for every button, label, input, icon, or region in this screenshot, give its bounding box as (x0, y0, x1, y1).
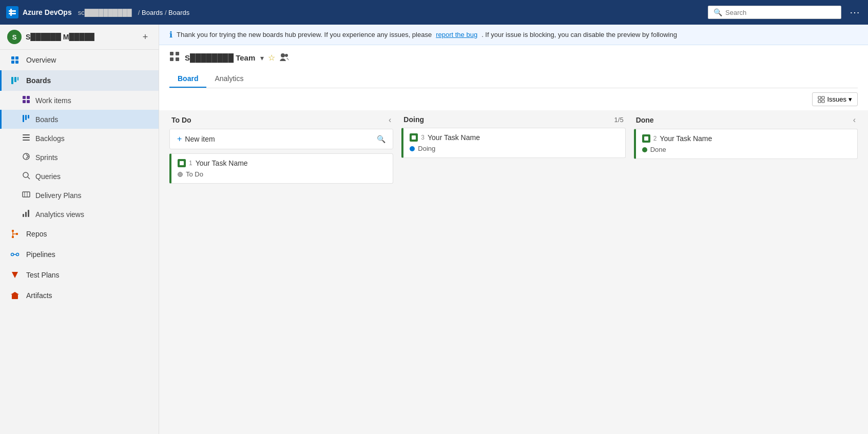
chevron-down-icon[interactable]: ▾ (260, 54, 264, 62)
breadcrumb-boards1[interactable]: Boards (142, 9, 163, 16)
sidebar-item-label: Analytics views (35, 210, 84, 219)
sidebar-item-workitems[interactable]: Work items (0, 91, 159, 110)
board-title-actions: ▾ ☆ (260, 52, 290, 64)
card-3-id: 3 (421, 134, 425, 141)
sidebar-item-overview[interactable]: Overview (0, 50, 159, 70)
kanban-board: To Do ‹ + New item 🔍 (159, 110, 868, 434)
sidebar-item-label: Backlogs (35, 134, 65, 143)
sidebar-item-label: Delivery Plans (35, 191, 81, 200)
card-3-status: Doing (410, 145, 619, 152)
delivery-icon (22, 190, 30, 200)
svg-rect-27 (25, 212, 27, 217)
board-title-row: S████████ Team ▾ ☆ (169, 51, 858, 64)
main-layout: S S██████ M█████ + Overview (0, 25, 868, 434)
app-name: Azure DevOps (23, 8, 72, 16)
boards-sub-icon (22, 114, 30, 124)
svg-rect-47 (822, 100, 824, 103)
info-icon: ℹ (169, 30, 172, 40)
svg-rect-2 (10, 9, 12, 16)
sidebar-item-label: Work items (35, 96, 71, 105)
topbar: Azure DevOps sc██████████ / Boards / Boa… (0, 0, 868, 25)
card-3[interactable]: 3 Your Task Name Doing (401, 128, 625, 158)
tab-analytics[interactable]: Analytics (206, 70, 252, 88)
azure-devops-icon (6, 6, 18, 18)
search-icon: 🔍 (713, 8, 722, 16)
sidebar-item-label: Boards (26, 76, 51, 85)
issues-label: Issues (827, 95, 846, 103)
card-2-id: 2 (653, 135, 657, 142)
sidebar-item-label: Test Plans (26, 271, 60, 279)
svg-point-43 (285, 54, 288, 57)
new-item-search-icon[interactable]: 🔍 (377, 135, 385, 143)
analytics-icon (22, 209, 30, 219)
svg-rect-29 (12, 230, 14, 232)
svg-rect-18 (23, 137, 30, 138)
card-3-top: 3 Your Task Name (410, 133, 619, 142)
column-doing-count: 1/5 (614, 116, 624, 124)
favorite-icon[interactable]: ☆ (268, 53, 275, 63)
sidebar-item-backlogs[interactable]: Backlogs (0, 129, 159, 148)
task-icon (178, 159, 186, 167)
column-done-body: 2 Your Task Name Done (634, 129, 858, 424)
sidebar-item-sprints[interactable]: Sprints (0, 148, 159, 167)
svg-rect-9 (17, 77, 18, 81)
svg-rect-7 (11, 77, 13, 84)
issues-chevron-icon: ▾ (848, 95, 852, 103)
info-banner: ℹ Thank you for trying the new boards hu… (159, 25, 868, 45)
search-input[interactable] (725, 9, 836, 16)
more-options-button[interactable]: ⋯ (847, 6, 862, 18)
column-todo: To Do ‹ + New item 🔍 (169, 110, 393, 424)
svg-rect-49 (412, 135, 416, 140)
task-icon (642, 134, 650, 143)
svg-rect-45 (822, 96, 824, 99)
svg-rect-30 (12, 236, 14, 238)
svg-rect-1 (9, 13, 16, 14)
repos-icon (10, 229, 20, 239)
board-header: S████████ Team ▾ ☆ Board (159, 45, 868, 88)
card-1-id: 1 (189, 160, 192, 167)
pipelines-icon (10, 249, 20, 260)
svg-rect-19 (23, 140, 30, 141)
column-done: Done ‹ 2 Your Task Name (634, 110, 858, 424)
testplans-icon (10, 270, 20, 280)
boards-icon (10, 75, 20, 86)
queries-icon (22, 171, 30, 181)
new-item-button[interactable]: + New item 🔍 (169, 129, 393, 149)
tab-board[interactable]: Board (169, 70, 206, 88)
svg-rect-14 (23, 115, 24, 122)
app-logo[interactable]: Azure DevOps (6, 6, 72, 18)
card-3-title: Your Task Name (428, 133, 480, 142)
sidebar-header: S S██████ M█████ + (0, 25, 159, 50)
sidebar-item-analytics[interactable]: Analytics views (0, 205, 159, 224)
sidebar-item-testplans[interactable]: Test Plans (0, 265, 159, 285)
issues-button[interactable]: Issues ▾ (812, 92, 858, 106)
card-1-status: To Do (178, 170, 387, 178)
sidebar-item-artifacts[interactable]: Artifacts (0, 285, 159, 306)
sidebar-item-boards-sub[interactable]: Boards (0, 110, 159, 129)
team-members-icon[interactable] (279, 52, 290, 64)
sidebar-item-delivery[interactable]: Delivery Plans (0, 186, 159, 205)
overview-icon (10, 55, 20, 65)
svg-rect-46 (818, 100, 821, 103)
svg-rect-23 (23, 192, 30, 197)
breadcrumb-sep1: / (138, 9, 142, 16)
breadcrumb-boards2: Boards (168, 9, 189, 16)
sidebar-item-repos[interactable]: Repos (0, 224, 159, 244)
column-doing-title: Doing (403, 115, 424, 124)
sidebar-item-boards[interactable]: Boards (0, 70, 159, 91)
search-box[interactable]: 🔍 (708, 6, 841, 19)
sidebar: S S██████ M█████ + Overview (0, 25, 159, 434)
svg-rect-28 (28, 210, 29, 217)
add-project-button[interactable]: + (139, 31, 151, 43)
sidebar-item-queries[interactable]: Queries (0, 167, 159, 186)
column-todo-collapse-button[interactable]: ‹ (389, 115, 391, 125)
svg-rect-48 (180, 161, 184, 165)
svg-rect-31 (16, 233, 18, 235)
column-done-collapse-button[interactable]: ‹ (853, 115, 856, 125)
project-name: S██████ M█████ (26, 33, 135, 41)
sidebar-item-pipelines[interactable]: Pipelines (0, 244, 159, 265)
avatar: S (7, 30, 22, 44)
card-1[interactable]: 1 Your Task Name To Do (169, 153, 393, 184)
report-bug-link[interactable]: report the bug (436, 31, 477, 38)
card-2[interactable]: 2 Your Task Name Done (634, 129, 858, 159)
